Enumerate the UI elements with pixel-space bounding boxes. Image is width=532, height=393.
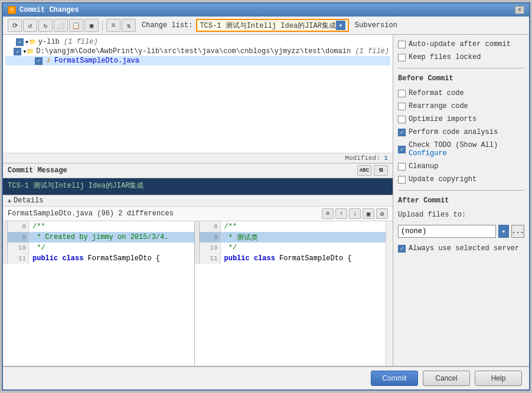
toolbar-separator (102, 20, 103, 31)
reformat-row: Reformat code (398, 89, 524, 98)
commit-message-actions: ABC ⧉ (357, 165, 388, 176)
rearrange-row: Rearrange code (398, 101, 524, 111)
diff-btn-1[interactable]: ≡ (322, 208, 334, 219)
title-bar: V Commit Changes × (3, 4, 529, 17)
perform-label: Perform code analysis (409, 128, 498, 136)
file-checkbox[interactable] (35, 57, 43, 65)
diff-btn-4[interactable]: ▣ (363, 208, 374, 219)
upload-none-label: (none) (401, 227, 426, 235)
diff-toolbar: ≡ ↑ ↓ ▣ ⚙ (322, 208, 388, 219)
optimize-label: Optimize imports (409, 115, 476, 123)
close-button[interactable]: × (515, 6, 524, 14)
tree-item-path[interactable]: ▼ 📁 D:\yangjm\Code\AwbPrint\y-lib\src\te… (5, 47, 390, 56)
diff-right-gutter-2 (195, 232, 200, 243)
rearrange-checkbox[interactable] (398, 103, 406, 110)
toolbar-btn-8[interactable]: ⇅ (122, 19, 136, 32)
diff-right-gutter-3 (195, 243, 200, 253)
configure-link[interactable]: Configure (409, 149, 447, 158)
update-copyright-label: Update copyright (409, 175, 476, 184)
toolbar: ⟳ ↺ ↻ ⬜ 📋 ▣ ≡ ⇅ Change list: TCS-1 测试与In… (3, 17, 529, 35)
copy-button[interactable]: ⧉ (374, 165, 388, 176)
keep-locked-label: Keep files locked (409, 53, 481, 61)
cancel-button[interactable]: Cancel (423, 371, 470, 386)
help-button[interactable]: Help (475, 371, 522, 386)
diff-left-gutter-3 (3, 243, 8, 253)
tree-item-root[interactable]: ▼ 📁 y-lib (1 file) (5, 37, 390, 47)
toolbar-btn-7[interactable]: ≡ (106, 19, 120, 32)
diff-scroll[interactable] (386, 221, 393, 366)
upload-label: Upload files to: (398, 211, 524, 219)
toolbar-btn-1[interactable]: ⟳ (8, 19, 22, 32)
tree-item-file[interactable]: J FormatSampleDto.java (5, 56, 390, 66)
diff-right-line-2: 9 * 测试类 (195, 232, 386, 243)
diff-right-code-3: */ (221, 243, 386, 253)
diff-left-gutter-4 (3, 253, 8, 264)
diff-left-linenum-4: 11 (8, 253, 29, 264)
details-triangle: ▲ (8, 198, 11, 204)
toolbar-btn-3[interactable]: ↻ (38, 19, 53, 32)
abc-button[interactable]: ABC (357, 165, 371, 176)
toolbar-btn-6[interactable]: ▣ (84, 19, 99, 32)
divider-2 (398, 190, 524, 191)
upload-dropdown-arrow[interactable]: ▼ (498, 225, 509, 238)
diff-right-line-4: 11 public class FormatSampleDto { (195, 253, 386, 264)
divider-1 (398, 68, 524, 68)
toolbar-btn-2[interactable]: ↺ (23, 19, 37, 32)
check-todo-checkbox[interactable] (398, 146, 406, 153)
diff-right-gutter-1 (195, 221, 200, 232)
diff-left-code-4: public class FormatSampleDto { (29, 253, 194, 264)
diff-btn-2[interactable]: ↑ (335, 208, 347, 219)
rearrange-label: Rearrange code (409, 102, 468, 110)
diff-left-line-3: 10 */ (3, 243, 194, 253)
always-use-row: Always use selected server (398, 244, 524, 253)
diff-left-linenum-3: 10 (8, 243, 29, 253)
commit-button[interactable]: Commit (371, 371, 418, 386)
diff-content: 8 /** 9 * Created by jimmy on 2015/3/4. … (3, 221, 393, 366)
auto-update-row: Auto-update after commit (398, 40, 524, 49)
update-copyright-row: Update copyright (398, 175, 524, 184)
diff-right-code-4: public class FormatSampleDto { (221, 253, 386, 264)
changelist-value: TCS-1 测试与Intellj Idea的JIAR集成 (200, 21, 335, 31)
diff-right-linenum-1: 8 (200, 221, 221, 232)
upload-dots-button[interactable]: ... (511, 225, 524, 238)
upload-dropdown[interactable]: (none) (398, 225, 496, 238)
perform-checkbox[interactable] (398, 129, 406, 136)
diff-filename: FormatSampleDto.java (96) 2 differences (8, 209, 174, 218)
perform-row: Perform code analysis (398, 127, 524, 137)
window-title: Commit Changes (19, 6, 79, 14)
path-checkbox[interactable] (14, 48, 21, 55)
update-copyright-checkbox[interactable] (398, 176, 406, 184)
diff-right-linenum-2: 9 (200, 232, 221, 243)
reformat-checkbox[interactable] (398, 90, 406, 97)
modified-bar: Modified: 1 (3, 153, 393, 163)
keep-locked-checkbox[interactable] (398, 54, 406, 61)
footer: Commit Cancel Help (3, 366, 529, 389)
root-checkbox[interactable] (16, 38, 24, 46)
diff-header: FormatSampleDto.java (96) 2 differences … (3, 207, 393, 221)
changelist-dropdown-arrow[interactable]: ▼ (336, 21, 345, 30)
diff-left-code-1: /** (29, 221, 194, 232)
diff-right-panel: 8 /** 9 * 测试类 10 */ 1 (195, 221, 386, 366)
diff-right-linenum-4: 11 (200, 253, 221, 264)
diff-left-linenum-1: 8 (8, 221, 29, 232)
toolbar-btn-5[interactable]: 📋 (69, 19, 83, 32)
always-use-checkbox[interactable] (398, 245, 406, 253)
diff-right-line-3: 10 */ (195, 243, 386, 253)
diff-btn-3[interactable]: ↓ (349, 208, 361, 219)
commit-message-input[interactable]: TCS-1 测试与Intellj Idea的JIAR集成 (3, 178, 393, 195)
diff-left-gutter-1 (3, 221, 8, 232)
changelist-dropdown[interactable]: TCS-1 测试与Intellj Idea的JIAR集成 ▼ (196, 19, 348, 32)
modified-label: Modified: (345, 155, 380, 162)
file-tree: ▼ 📁 y-lib (1 file) ▼ 📁 D:\yangjm\Code\A (3, 35, 393, 153)
toolbar-btn-4[interactable]: ⬜ (54, 19, 68, 32)
cleanup-checkbox[interactable] (398, 163, 406, 171)
auto-update-checkbox[interactable] (398, 41, 406, 48)
optimize-checkbox[interactable] (398, 116, 406, 123)
after-commit-title: After Commit (398, 196, 524, 205)
check-todo-label: Check TODO (Show All) Configure (409, 141, 524, 158)
diff-btn-5[interactable]: ⚙ (376, 208, 388, 219)
diff-left-line-4: 11 public class FormatSampleDto { (3, 253, 194, 264)
subversion-label: Subversion (355, 21, 397, 30)
details-header[interactable]: ▲ Details (3, 195, 393, 207)
changelist-label: Change list: (142, 21, 192, 30)
